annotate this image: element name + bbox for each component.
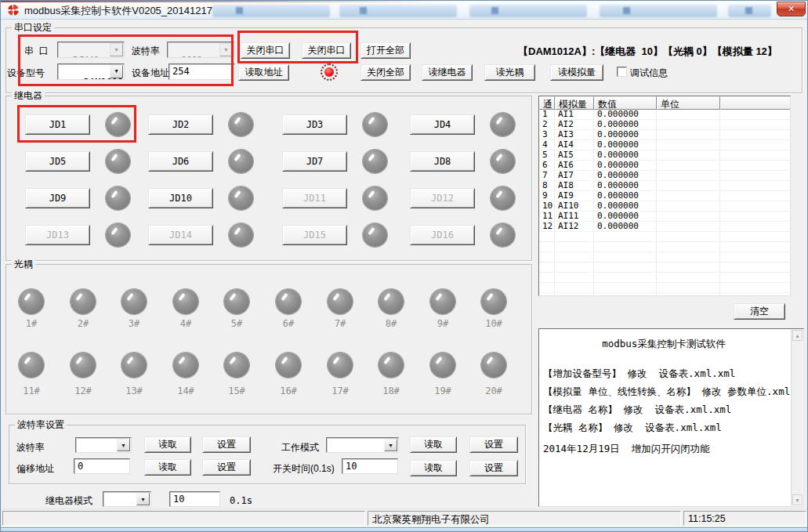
read-analog-button[interactable]: 读模拟量 xyxy=(550,64,603,81)
relay-button-jd7[interactable]: JD7 xyxy=(282,151,347,172)
table-cell xyxy=(720,201,790,212)
title-bar: modbus采集控制卡软件V0205_20141217 ✕ xyxy=(1,1,807,20)
table-cell xyxy=(720,191,790,201)
relay-button-jd5[interactable]: JD5 xyxy=(25,151,90,172)
table-cell: AI4 xyxy=(555,140,594,150)
table-cell: 0.000000 xyxy=(594,130,657,140)
table-cell: 0.000000 xyxy=(594,110,657,120)
table-row-ai6[interactable]: 6AI60.000000 xyxy=(539,161,790,171)
relay-mode-time-input[interactable]: 10 xyxy=(169,491,220,507)
table-row-ai8[interactable]: 8AI80.000000 xyxy=(539,181,790,191)
table-row-ai7[interactable]: 7AI70.000000 xyxy=(539,171,790,181)
chevron-down-icon[interactable]: ▼ xyxy=(110,65,123,78)
work-mode-read-button[interactable]: 读取 xyxy=(410,436,457,453)
opto-led-19 xyxy=(430,353,455,378)
switch-time-set-button[interactable]: 设置 xyxy=(469,460,518,476)
switch-time-read-button[interactable]: 读取 xyxy=(410,460,457,476)
clear-button[interactable]: 清空 xyxy=(734,303,785,320)
close-port-button-1[interactable]: 关闭串口 xyxy=(241,42,290,59)
read-relay-button[interactable]: 读继电器 xyxy=(422,64,473,81)
col-header-value[interactable]: 数值 xyxy=(594,96,657,110)
work-mode-value: 正常模式 xyxy=(340,451,378,453)
col-header-blank xyxy=(720,96,790,110)
relay-mode-select[interactable]: 手动模式 ▼ xyxy=(103,491,151,507)
log-scrollbar[interactable]: ▲ ▼ xyxy=(791,330,803,505)
table-row-ai10[interactable]: 10AI100.000000 xyxy=(539,201,790,212)
relay-led-3 xyxy=(363,113,387,136)
col-header-analog[interactable]: 模拟量 xyxy=(555,96,594,110)
opto-led-4 xyxy=(173,289,198,314)
opto-label-14: 14# xyxy=(168,385,203,396)
table-row-ai11[interactable]: 11AI110.000000 xyxy=(539,212,790,222)
baud-set-button[interactable]: 设置 xyxy=(202,436,251,453)
col-header-unit[interactable]: 单位 xyxy=(657,96,720,110)
relay-button-jd4[interactable]: JD4 xyxy=(410,114,475,135)
relay-button-jd6[interactable]: JD6 xyxy=(148,151,213,172)
relay-button-jd2[interactable]: JD2 xyxy=(148,114,213,135)
table-cell xyxy=(720,262,790,273)
serial-group-title: 串口设定 xyxy=(12,23,54,32)
scroll-down-icon[interactable]: ▼ xyxy=(792,494,803,505)
table-row-ai2[interactable]: 2AI20.000000 xyxy=(539,120,790,130)
close-button[interactable]: ✕ xyxy=(777,2,806,16)
read-address-button[interactable]: 读取地址 xyxy=(238,64,289,81)
opto-label-17: 17# xyxy=(323,385,357,396)
device-address-input[interactable]: 254 xyxy=(168,63,235,80)
background-window-fragment xyxy=(212,5,330,17)
comm-activity-indicator xyxy=(321,63,338,81)
table-cell xyxy=(657,252,720,262)
table-row-ai5[interactable]: 5AI50.000000 xyxy=(539,150,790,161)
baud-select[interactable]: 9600 ▼ xyxy=(167,42,234,58)
table-cell xyxy=(657,161,720,171)
table-cell: 0.000000 xyxy=(594,181,657,191)
relay-button-jd1[interactable]: JD1 xyxy=(25,114,90,135)
table-row-ai1[interactable]: 1AI10.000000 xyxy=(539,110,790,120)
offset-input[interactable]: 0 xyxy=(74,458,130,474)
chevron-down-icon[interactable]: ▼ xyxy=(219,43,233,56)
relay-button-jd8[interactable]: JD8 xyxy=(410,151,475,172)
chevron-down-icon[interactable]: ▼ xyxy=(384,439,397,451)
model-select[interactable]: DAM1012A ▼ xyxy=(57,63,125,80)
table-row-ai4[interactable]: 4AI40.000000 xyxy=(539,140,790,150)
relay-led-5 xyxy=(106,150,130,173)
read-opto-button[interactable]: 读光耦 xyxy=(484,64,535,81)
work-mode-set-button[interactable]: 设置 xyxy=(469,436,518,453)
baud-read-button[interactable]: 读取 xyxy=(144,436,191,453)
open-all-button[interactable]: 打开全部 xyxy=(361,42,411,59)
port-select[interactable]: COM6 ▼ xyxy=(57,42,125,58)
offset-read-button[interactable]: 读取 xyxy=(144,459,191,476)
table-row-ai3[interactable]: 3AI30.000000 xyxy=(539,130,790,140)
debug-info-checkbox[interactable] xyxy=(617,67,627,77)
analog-table-body: 1AI10.0000002AI20.0000003AI30.0000004AI4… xyxy=(539,110,790,296)
background-window-fragment xyxy=(469,5,587,17)
table-cell: AI11 xyxy=(555,212,594,222)
work-mode-select[interactable]: 正常模式 ▼ xyxy=(326,437,399,453)
table-cell xyxy=(657,120,720,130)
opto-led-3 xyxy=(121,289,147,314)
chevron-down-icon[interactable]: ▼ xyxy=(117,439,130,451)
table-row-ai12[interactable]: 12AI120.000000 xyxy=(539,222,790,232)
table-cell: 0.000000 xyxy=(594,222,657,232)
relay-button-jd9[interactable]: JD9 xyxy=(25,188,90,208)
chevron-down-icon[interactable]: ▼ xyxy=(136,493,150,505)
relay-mode-unit: 0.1s xyxy=(230,495,252,506)
switch-time-input[interactable]: 10 xyxy=(342,458,398,474)
baud2-select[interactable]: 9600 ▼ xyxy=(75,437,132,453)
offset-set-button[interactable]: 设置 xyxy=(202,459,251,476)
close-port-button-2[interactable]: 关闭串口 xyxy=(302,42,351,59)
opto-led-1 xyxy=(19,289,44,314)
relay-button-jd3[interactable]: JD3 xyxy=(282,114,347,135)
chevron-down-icon[interactable]: ▼ xyxy=(110,43,123,56)
model-label: 设备型号 xyxy=(7,67,45,78)
window-title: modbus采集控制卡软件V0205_20141217 xyxy=(24,4,212,18)
table-cell: 0.000000 xyxy=(594,150,657,161)
table-cell: 8 xyxy=(539,181,555,191)
table-cell xyxy=(657,293,720,296)
table-cell xyxy=(555,293,594,296)
close-all-button[interactable]: 关闭全部 xyxy=(361,64,411,81)
col-header-channel[interactable]: 通 xyxy=(539,96,555,110)
opto-label-12: 12# xyxy=(66,385,100,396)
table-row-ai9[interactable]: 9AI90.000000 xyxy=(539,191,790,201)
scroll-up-icon[interactable]: ▲ xyxy=(792,330,803,341)
relay-button-jd10[interactable]: JD10 xyxy=(148,188,213,208)
